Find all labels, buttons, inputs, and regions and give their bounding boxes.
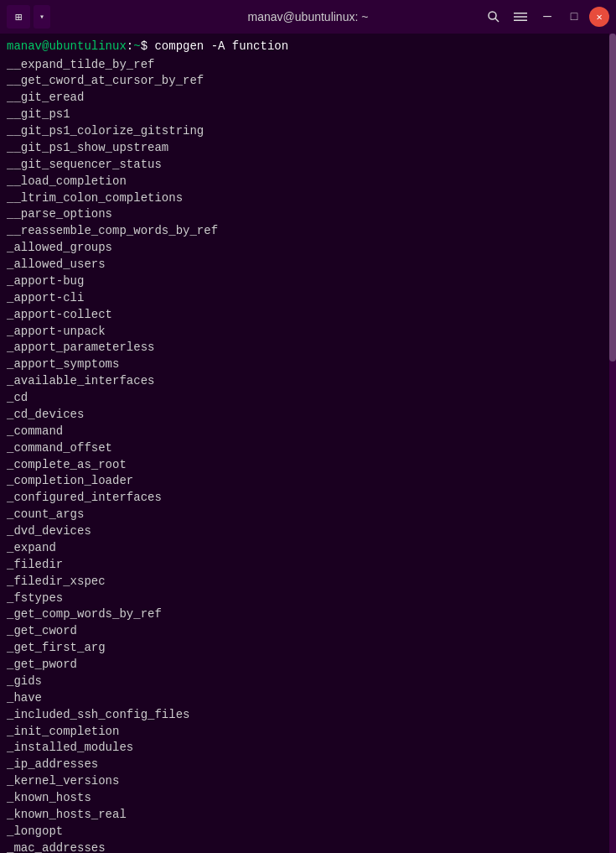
list-item: _fstypes: [7, 590, 609, 607]
list-item: _included_ssh_config_files: [7, 707, 609, 724]
maximize-icon: □: [571, 10, 577, 23]
list-item: __git_ps1: [7, 107, 609, 123]
svg-point-0: [489, 12, 496, 19]
list-item: _get_pword: [7, 657, 609, 674]
list-item: __reassemble_comp_words_by_ref: [7, 223, 609, 240]
list-item: _known_hosts: [7, 790, 609, 807]
list-item: _allowed_groups: [7, 240, 609, 257]
list-item: _longopt: [7, 824, 609, 840]
search-icon: [487, 10, 500, 23]
minimize-button[interactable]: —: [536, 5, 559, 29]
close-button[interactable]: ✕: [589, 7, 609, 27]
menu-button[interactable]: [509, 5, 532, 29]
list-item: __ltrim_colon_completions: [7, 190, 609, 207]
list-item: _get_comp_words_by_ref: [7, 606, 609, 623]
list-item: __parse_options: [7, 206, 609, 223]
command-prompt-line: manav@ubuntulinux:~$ compgen -A function: [7, 39, 609, 55]
list-item: __git_ps1_show_upstream: [7, 140, 609, 157]
function-list: __expand_tilde_by_ref__get_cword_at_curs…: [7, 57, 609, 853]
list-item: _mac_addresses: [7, 840, 609, 853]
list-item: _apport-bug: [7, 273, 609, 290]
prompt-path: ~: [133, 39, 140, 53]
list-item: __get_cword_at_cursor_by_ref: [7, 73, 609, 90]
list-item: _available_interfaces: [7, 373, 609, 390]
list-item: _allowed_users: [7, 257, 609, 273]
list-item: __expand_tilde_by_ref: [7, 57, 609, 74]
list-item: _configured_interfaces: [7, 490, 609, 507]
list-item: _apport-cli: [7, 290, 609, 307]
prompt-user: manav@ubuntulinux: [7, 39, 127, 53]
list-item: _completion_loader: [7, 473, 609, 490]
list-item: _complete_as_root: [7, 457, 609, 474]
search-button[interactable]: [482, 5, 505, 29]
list-item: _apport-collect: [7, 307, 609, 324]
list-item: _expand: [7, 540, 609, 557]
list-item: __load_completion: [7, 174, 609, 190]
scrollbar-thumb[interactable]: [609, 34, 616, 361]
list-item: _filedir: [7, 557, 609, 574]
list-item: _installed_modules: [7, 740, 609, 757]
list-item: __git_ps1_colorize_gitstring: [7, 123, 609, 140]
list-item: _command_offset: [7, 440, 609, 457]
list-item: _cd_devices: [7, 407, 609, 424]
list-item: _apport_parameterless: [7, 340, 609, 356]
list-item: _ip_addresses: [7, 757, 609, 773]
window-controls: — □ ✕: [482, 5, 609, 29]
list-item: _gids: [7, 674, 609, 690]
prompt-command: compgen -A function: [154, 39, 288, 53]
titlebar-dropdown-btn[interactable]: ▾: [34, 5, 50, 29]
list-item: _command: [7, 424, 609, 440]
minimize-icon: —: [543, 10, 551, 23]
list-item: _get_first_arg: [7, 640, 609, 657]
titlebar: ⊞ ▾ manav@ubuntulinux: ~: [0, 0, 616, 34]
svg-line-1: [495, 18, 499, 22]
list-item: _known_hosts_real: [7, 807, 609, 824]
list-item: _apport_symptoms: [7, 356, 609, 373]
chevron-down-icon: ▾: [39, 12, 44, 22]
terminal-window: ⊞ ▾ manav@ubuntulinux: ~: [0, 0, 616, 853]
prompt-symbol: $: [141, 39, 155, 53]
list-item: _init_completion: [7, 724, 609, 741]
list-item: _filedir_xspec: [7, 574, 609, 590]
hamburger-icon: [514, 10, 527, 23]
svg-rect-4: [514, 20, 527, 22]
list-item: _count_args: [7, 507, 609, 523]
list-item: __git_eread: [7, 90, 609, 107]
maximize-button[interactable]: □: [562, 5, 586, 29]
terminal-icon-symbol: ⊞: [15, 10, 22, 24]
terminal-icon[interactable]: ⊞: [7, 5, 30, 29]
list-item: __git_sequencer_status: [7, 157, 609, 174]
list-item: _have: [7, 690, 609, 707]
list-item: _get_cword: [7, 623, 609, 640]
svg-rect-2: [514, 13, 527, 14]
prompt-colon: :: [127, 39, 133, 53]
titlebar-left: ⊞ ▾: [7, 5, 50, 29]
list-item: _apport-unpack: [7, 324, 609, 341]
close-icon: ✕: [596, 11, 602, 23]
list-item: _dvd_devices: [7, 523, 609, 540]
window-title: manav@ubuntulinux: ~: [248, 10, 369, 23]
svg-rect-3: [514, 16, 527, 18]
scrollbar[interactable]: [609, 34, 616, 853]
list-item: _cd: [7, 390, 609, 407]
list-item: _kernel_versions: [7, 773, 609, 790]
terminal-body[interactable]: manav@ubuntulinux:~$ compgen -A function…: [0, 34, 616, 853]
